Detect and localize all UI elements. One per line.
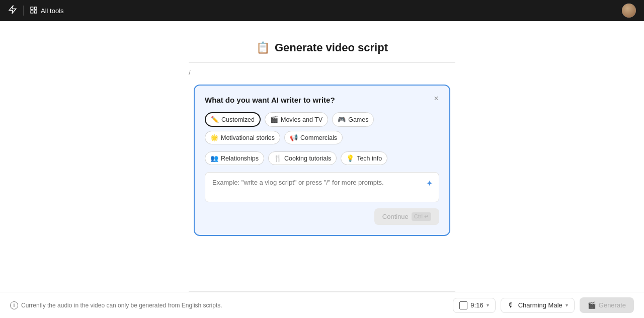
chip-games[interactable]: 🎮 Games bbox=[332, 112, 374, 127]
svg-rect-3 bbox=[34, 11, 37, 13]
tools-icon bbox=[30, 6, 38, 16]
ratio-chevron-icon: ▾ bbox=[487, 302, 489, 308]
chip-tech-label: Tech info bbox=[357, 155, 382, 162]
chip-commercials-icon: 📢 bbox=[290, 134, 298, 141]
category-chips-row2: 👥 Relationships 🍴 Cooking tutorials 💡 Te… bbox=[205, 151, 439, 165]
prompt-input-wrapper: ✦ bbox=[205, 172, 439, 202]
svg-marker-0 bbox=[9, 6, 16, 14]
chip-customized[interactable]: ✏️ Customized bbox=[205, 112, 261, 127]
svg-rect-1 bbox=[31, 7, 33, 10]
bottom-bar: i Currently the audio in the video can o… bbox=[0, 292, 644, 318]
chip-games-icon: 🎮 bbox=[338, 116, 346, 123]
chip-commercials[interactable]: 📢 Commercials bbox=[284, 131, 343, 144]
prompt-input[interactable] bbox=[212, 179, 419, 194]
chip-cooking-icon: 🍴 bbox=[274, 154, 282, 162]
voice-chevron-icon: ▾ bbox=[566, 302, 568, 308]
sparkle-icon: ✦ bbox=[426, 179, 433, 188]
info-icon: i bbox=[10, 301, 18, 309]
svg-rect-2 bbox=[34, 7, 37, 10]
chip-relationships-icon: 👥 bbox=[210, 154, 218, 162]
svg-rect-4 bbox=[31, 11, 33, 13]
all-tools-nav[interactable]: All tools bbox=[30, 6, 64, 16]
chip-motivational-label: Motivational stories bbox=[221, 134, 275, 141]
chip-movies-tv-label: Movies and TV bbox=[281, 116, 323, 123]
chip-commercials-label: Commercials bbox=[300, 134, 337, 141]
page-divider bbox=[189, 62, 455, 63]
chip-motivational-icon: 🌟 bbox=[210, 134, 218, 141]
logo[interactable] bbox=[8, 5, 17, 16]
main-content: 📋 Generate video script / × What do you … bbox=[0, 21, 644, 292]
voice-label: Charming Male bbox=[518, 301, 562, 309]
all-tools-label: All tools bbox=[41, 7, 64, 15]
continue-button[interactable]: Continue Ctrl ↵ bbox=[374, 208, 439, 225]
bottom-controls: 9:16 ▾ 🎙 Charming Male ▾ 🎬 Generate bbox=[453, 297, 634, 313]
top-nav: All tools bbox=[0, 0, 644, 21]
ratio-label: 9:16 bbox=[470, 301, 483, 309]
voice-button[interactable]: 🎙 Charming Male ▾ bbox=[501, 298, 575, 313]
chip-relationships-label: Relationships bbox=[221, 155, 259, 162]
chip-cooking[interactable]: 🍴 Cooking tutorials bbox=[268, 151, 337, 165]
continue-shortcut: Ctrl ↵ bbox=[412, 212, 431, 221]
generate-button[interactable]: 🎬 Generate bbox=[580, 297, 634, 313]
chip-tech-icon: 💡 bbox=[346, 154, 354, 162]
chip-tech[interactable]: 💡 Tech info bbox=[341, 151, 387, 165]
chip-movies-tv-icon: 🎬 bbox=[270, 116, 278, 123]
chip-customized-icon: ✏️ bbox=[211, 116, 219, 123]
page-title: Generate video script bbox=[275, 41, 388, 54]
chip-cooking-label: Cooking tutorials bbox=[284, 155, 331, 162]
aspect-ratio-button[interactable]: 9:16 ▾ bbox=[453, 298, 495, 313]
avatar-image bbox=[622, 4, 636, 18]
breadcrumb: / bbox=[189, 69, 455, 76]
ai-writer-dialog: × What do you want AI writer to write? ✏… bbox=[194, 85, 450, 236]
dialog-close-button[interactable]: × bbox=[430, 93, 442, 105]
nav-divider bbox=[23, 6, 24, 16]
dialog-footer: Continue Ctrl ↵ bbox=[205, 208, 439, 225]
ratio-icon bbox=[459, 301, 467, 309]
zap-icon bbox=[8, 5, 17, 16]
chip-relationships[interactable]: 👥 Relationships bbox=[205, 151, 264, 165]
category-chips: ✏️ Customized 🎬 Movies and TV 🎮 Games 🌟 … bbox=[205, 112, 439, 144]
bottom-info: i Currently the audio in the video can o… bbox=[10, 301, 222, 309]
generate-label: Generate bbox=[599, 301, 626, 309]
generate-icon: 🎬 bbox=[588, 301, 596, 309]
chip-customized-label: Customized bbox=[221, 116, 255, 123]
script-icon: 📋 bbox=[256, 41, 270, 54]
voice-icon: 🎙 bbox=[507, 301, 515, 309]
user-avatar[interactable] bbox=[622, 4, 636, 18]
page-title-row: 📋 Generate video script bbox=[256, 41, 388, 54]
chip-movies-tv[interactable]: 🎬 Movies and TV bbox=[265, 112, 328, 127]
chip-games-label: Games bbox=[348, 116, 368, 123]
chip-motivational[interactable]: 🌟 Motivational stories bbox=[205, 131, 280, 144]
dialog-title: What do you want AI writer to write? bbox=[205, 96, 439, 104]
info-text: Currently the audio in the video can onl… bbox=[21, 302, 222, 309]
continue-label: Continue bbox=[382, 213, 409, 220]
